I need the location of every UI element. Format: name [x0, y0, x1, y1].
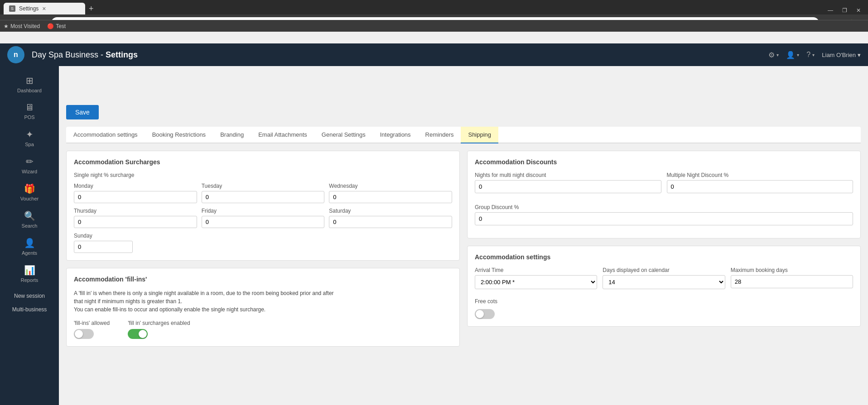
bookmark-most-visited-label: Most Visited — [10, 23, 40, 29]
monday-input[interactable] — [74, 191, 197, 203]
tab-close-button[interactable]: × — [42, 5, 46, 12]
app-name: Day Spa Business — [32, 50, 98, 59]
nights-discount-field: Nights for multi night discount — [475, 172, 661, 193]
tab-accommodation[interactable]: Accommodation settings — [66, 127, 145, 143]
fillins-surcharges-knob — [139, 330, 147, 338]
settings-tabs: Accommodation settings Booking Restricti… — [66, 127, 861, 143]
user-name: Liam O'Brien — [822, 52, 856, 58]
fillins-surcharges-label: 'fill in' surcharges enabled — [128, 320, 190, 326]
page-name: Settings — [106, 50, 138, 59]
sidebar-agents-label: Agents — [22, 250, 37, 256]
sidebar-item-pos[interactable]: 🖥 POS — [0, 98, 59, 124]
free-cots-toggle[interactable] — [475, 309, 495, 319]
tab-email[interactable]: Email Attachments — [251, 127, 314, 143]
sunday-field: Sunday — [74, 233, 137, 253]
arrival-time-select[interactable]: 2:00:00 PM * 3:00:00 PM 4:00:00 PM — [475, 275, 597, 289]
help-icon: ? — [806, 51, 810, 59]
sidebar-item-agents[interactable]: 👤 Agents — [0, 233, 59, 260]
bookmark-test-icon: 🔴 — [47, 23, 54, 29]
surcharge-label: Single night % surcharge — [74, 172, 452, 178]
tab-reminders[interactable]: Reminders — [418, 127, 461, 143]
sidebar-item-search[interactable]: 🔍 Search — [0, 206, 59, 233]
fillins-section: Accommodation 'fill-ins' A 'fill in' is … — [66, 268, 460, 347]
sidebar-item-wizard[interactable]: ✏ Wizard — [0, 152, 59, 179]
sidebar-item-spa[interactable]: ✦ Spa — [0, 124, 59, 152]
calendar-days-select[interactable]: 7 14 21 28 — [603, 275, 725, 289]
title-separator: - — [101, 50, 106, 59]
new-session-label: New session — [14, 293, 45, 299]
arrival-time-label: Arrival Time — [475, 267, 597, 273]
maximize-button[interactable]: ❐ — [839, 6, 851, 14]
friday-input[interactable] — [202, 216, 325, 228]
thursday-field: Thursday — [74, 208, 197, 228]
settings-dropdown-arrow: ▾ — [776, 52, 779, 57]
friday-field: Friday — [202, 208, 325, 228]
sidebar-dashboard-label: Dashboard — [17, 88, 42, 93]
saturday-field: Saturday — [329, 208, 452, 228]
tuesday-input[interactable] — [202, 191, 325, 203]
minimize-button[interactable]: — — [824, 6, 837, 14]
multi-business-link[interactable]: Multi-business — [9, 303, 51, 316]
multiple-discount-input[interactable] — [667, 180, 854, 193]
wednesday-field: Wednesday — [329, 183, 452, 203]
fillins-title: Accommodation 'fill-ins' — [74, 276, 452, 283]
dashboard-icon: ⊞ — [26, 75, 34, 86]
nights-discount-label: Nights for multi night discount — [475, 172, 661, 178]
thursday-input[interactable] — [74, 216, 197, 228]
bookmark-most-visited[interactable]: ★ Most Visited — [4, 23, 40, 29]
tab-shipping[interactable]: Shipping — [461, 127, 498, 143]
fillins-desc-line2: that night if minimum nights is greater … — [74, 298, 182, 305]
monday-field: Monday — [74, 183, 197, 203]
sidebar-wizard-label: Wizard — [22, 169, 37, 174]
help-button[interactable]: ? ▾ — [806, 51, 815, 59]
bookmark-test-label: Test — [56, 23, 66, 29]
surcharges-title: Accommodation Surcharges — [74, 158, 452, 166]
user-menu[interactable]: Liam O'Brien ▾ — [822, 52, 861, 58]
free-cots-label: Free cots — [475, 298, 853, 305]
sunday-label: Sunday — [74, 233, 137, 239]
fillins-allowed-group: 'fill-ins' allowed — [74, 320, 110, 339]
sidebar-item-dashboard[interactable]: ⊞ Dashboard — [0, 71, 59, 98]
max-booking-input[interactable] — [731, 275, 853, 288]
wednesday-label: Wednesday — [329, 183, 452, 189]
group-discount-label: Group Discount % — [475, 204, 853, 210]
bookmark-test[interactable]: 🔴 Test — [47, 23, 66, 29]
save-button[interactable]: Save — [66, 105, 99, 119]
new-session-link[interactable]: New session — [10, 289, 48, 303]
saturday-label: Saturday — [329, 208, 452, 214]
close-window-button[interactable]: ✕ — [853, 6, 864, 14]
new-tab-button[interactable]: + — [85, 3, 97, 14]
sidebar-item-voucher[interactable]: 🎁 Voucher — [0, 179, 59, 206]
fillins-allowed-toggle[interactable] — [74, 329, 94, 339]
browser-tab-active[interactable]: S Settings × — [4, 3, 85, 14]
user-icon: 👤 — [786, 51, 795, 59]
tuesday-field: Tuesday — [202, 183, 325, 203]
spa-icon: ✦ — [26, 129, 34, 140]
tab-general[interactable]: General Settings — [314, 127, 373, 143]
sidebar-spa-label: Spa — [25, 142, 34, 147]
wednesday-input[interactable] — [329, 191, 452, 203]
settings-icon-button[interactable]: ⚙ ▾ — [768, 51, 779, 59]
group-discount-input[interactable] — [475, 212, 853, 225]
tab-branding[interactable]: Branding — [213, 127, 251, 143]
tab-booking[interactable]: Booking Restrictions — [145, 127, 213, 143]
discounts-title: Accommodation Discounts — [475, 158, 853, 166]
tab-integrations[interactable]: Integrations — [373, 127, 418, 143]
friday-label: Friday — [202, 208, 325, 214]
reports-icon: 📊 — [24, 265, 35, 276]
sunday-input[interactable] — [74, 241, 133, 253]
monday-label: Monday — [74, 183, 197, 189]
sidebar-item-reports[interactable]: 📊 Reports — [0, 260, 59, 287]
user-management-button[interactable]: 👤 ▾ — [786, 51, 799, 59]
fillins-surcharges-toggle[interactable] — [128, 329, 148, 339]
fillins-allowed-label: 'fill-ins' allowed — [74, 320, 110, 326]
fillins-allowed-knob — [75, 330, 83, 338]
multiple-discount-field: Multiple Night Discount % — [667, 172, 854, 193]
fillins-desc-line3: You can enable fill-ins to occur and opt… — [74, 306, 265, 313]
nights-discount-input[interactable] — [475, 180, 661, 193]
free-cots-group: Free cots — [475, 298, 853, 319]
saturday-input[interactable] — [329, 216, 452, 228]
tuesday-label: Tuesday — [202, 183, 325, 189]
search-icon: 🔍 — [24, 210, 35, 221]
bookmark-star-icon: ★ — [4, 23, 9, 29]
